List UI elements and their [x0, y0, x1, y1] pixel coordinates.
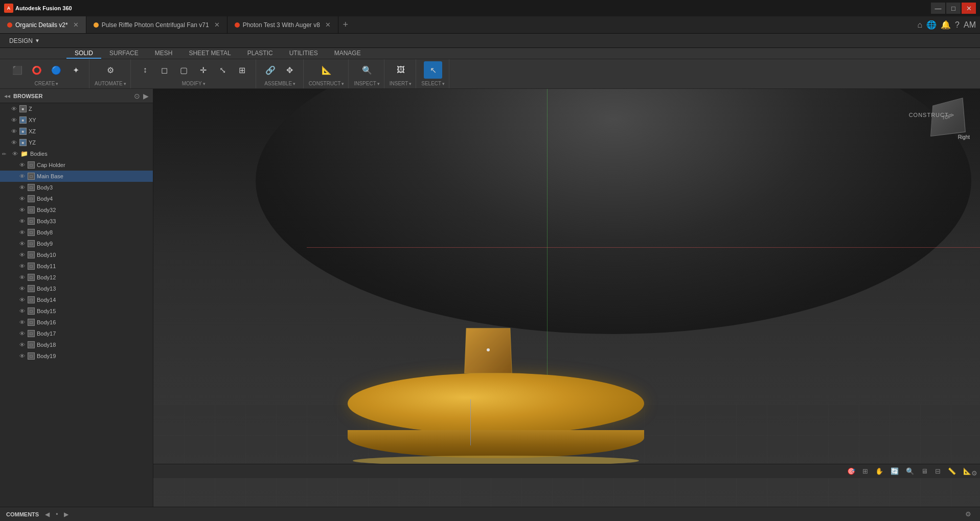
visibility-icon[interactable]: 👁 [10, 117, 17, 123]
visibility-icon[interactable]: 👁 [18, 162, 26, 168]
display-settings-button[interactable]: 🖥 [919, 466, 930, 476]
visibility-icon[interactable]: 👁 [18, 196, 26, 202]
viewport[interactable]: TOP Right CONSTRUCT > 🎯 ⊞ ✋ 🔄 🔍 🖥 ⊟ 📏 📐 … [153, 89, 980, 507]
home-icon[interactable]: ⌂ [917, 20, 922, 30]
tab-mesh[interactable]: MESH [147, 48, 181, 59]
fillet-button[interactable]: ▢ [175, 61, 193, 79]
automate-button[interactable]: ⚙ [101, 61, 120, 79]
maximize-button[interactable]: □ [946, 3, 961, 14]
select-button[interactable]: ↖ [424, 61, 442, 79]
minimize-button[interactable]: — [931, 3, 945, 14]
browser-item-body3[interactable]: 👁 □ Body3 [0, 182, 153, 193]
visibility-icon[interactable]: 👁 [18, 286, 26, 292]
visibility-icon[interactable]: 👁 [18, 263, 26, 269]
browser-item-main-base[interactable]: 👁 □ Main Base [0, 171, 153, 182]
help-icon[interactable]: ? [955, 20, 960, 30]
browser-item-bodies[interactable]: ✏ 👁 📁 Bodies [0, 148, 153, 159]
units-button[interactable]: 📏 [945, 466, 959, 476]
browser-item-yz[interactable]: 👁 ■ YZ [0, 137, 153, 148]
scale-button[interactable]: ⤡ [214, 61, 232, 79]
snap-settings-button[interactable]: 🎯 [845, 466, 858, 476]
user-avatar[interactable]: AM [964, 20, 976, 30]
create-sphere-button[interactable]: ⭕ [28, 61, 46, 79]
tab-sheet-metal[interactable]: SHEET METAL [180, 48, 239, 59]
browser-item-body10[interactable]: 👁 □ Body10 [0, 249, 153, 260]
visibility-icon[interactable]: 👁 [18, 342, 26, 348]
create-cylinder-button[interactable]: 🔵 [47, 61, 65, 79]
visibility-icon[interactable]: 👁 [18, 218, 26, 224]
visibility-icon[interactable]: 👁 [18, 319, 26, 325]
visibility-icon[interactable]: 👁 [11, 151, 18, 157]
browser-item-body32[interactable]: 👁 □ Body32 [0, 204, 153, 216]
joint-button[interactable]: 🔗 [261, 61, 280, 79]
bell-icon[interactable]: 🔔 [941, 20, 951, 30]
browser-item-body13[interactable]: 👁 □ Body13 [0, 283, 153, 294]
visibility-icon[interactable]: 👁 [18, 241, 26, 247]
combine-button[interactable]: ✛ [194, 61, 213, 79]
tab-close-icon[interactable]: ✕ [73, 21, 79, 29]
browser-collapse-icon[interactable]: ▶ [143, 92, 149, 100]
zoom-tool-button[interactable]: 🔍 [903, 466, 917, 476]
visibility-icon[interactable]: 👁 [10, 106, 17, 112]
visibility-icon[interactable]: 👁 [18, 184, 26, 191]
browser-item-xy[interactable]: 👁 ■ XY [0, 114, 153, 126]
browser-item-body16[interactable]: 👁 □ Body16 [0, 317, 153, 328]
browser-item-body14[interactable]: 👁 □ Body14 [0, 294, 153, 305]
browser-pin-icon[interactable]: ⊙ [134, 92, 140, 100]
comments-collapse-icon[interactable]: ▶ [64, 511, 69, 518]
visibility-icon[interactable]: 👁 [10, 139, 17, 146]
visibility-icon[interactable]: 👁 [18, 330, 26, 337]
globe-icon[interactable]: 🌐 [926, 20, 937, 30]
tab-solid[interactable]: SOLID [66, 48, 101, 59]
viewport-settings-button[interactable]: ⚙ [969, 468, 980, 478]
browser-item-z[interactable]: 👁 ■ Z [0, 103, 153, 114]
orbit-tool-button[interactable]: 🔄 [888, 466, 901, 476]
browser-item-body8[interactable]: 👁 □ Body8 [0, 227, 153, 238]
visibility-icon[interactable]: 👁 [18, 308, 26, 314]
close-button[interactable]: ✕ [962, 3, 976, 14]
browser-back-icon[interactable]: ◂◂ [4, 92, 10, 100]
tab-manage[interactable]: MANAGE [326, 48, 369, 59]
construct-button[interactable]: 📐 [317, 61, 336, 79]
insert-button[interactable]: 🖼 [392, 61, 410, 79]
tab-plastic[interactable]: PLASTIC [239, 48, 281, 59]
visibility-icon[interactable]: 👁 [18, 274, 26, 280]
browser-item-cap-holder[interactable]: 👁 □ Cap Holder [0, 159, 153, 171]
browser-item-body4[interactable]: 👁 □ Body4 [0, 193, 153, 204]
visibility-icon[interactable]: 👁 [18, 207, 26, 213]
pan-tool-button[interactable]: ✋ [873, 466, 886, 476]
view-cube[interactable]: TOP Right [929, 99, 970, 140]
visibility-icon[interactable]: 👁 [18, 173, 26, 179]
move-button[interactable]: ✥ [281, 61, 299, 79]
tab-photon-test[interactable]: Photon Test 3 With Auger v8 ✕ [227, 16, 338, 33]
align-button[interactable]: ⊞ [233, 61, 252, 79]
tab-utilities[interactable]: UTILITIES [281, 48, 326, 59]
browser-item-body18[interactable]: 👁 □ Body18 [0, 339, 153, 350]
create-component-button[interactable]: ✦ [66, 61, 85, 79]
tab-pulse-riffle[interactable]: Pulse Riffle Photon Centrifugal Fan v71 … [86, 16, 227, 33]
tab-surface[interactable]: SURFACE [101, 48, 147, 59]
create-box-button[interactable]: ⬛ [8, 61, 27, 79]
visibility-icon[interactable]: 👁 [18, 353, 26, 359]
browser-item-body19[interactable]: 👁 □ Body19 [0, 350, 153, 362]
browser-item-body33[interactable]: 👁 □ Body33 [0, 216, 153, 227]
inspect-button[interactable]: 🔍 [358, 61, 376, 79]
shell-button[interactable]: ◻ [155, 61, 174, 79]
tab-close-icon[interactable]: ✕ [325, 21, 331, 29]
browser-item-body15[interactable]: 👁 □ Body15 [0, 305, 153, 317]
browser-item-body9[interactable]: 👁 □ Body9 [0, 238, 153, 249]
design-menu-item[interactable]: DESIGN ▼ [4, 34, 45, 48]
browser-item-body11[interactable]: 👁 □ Body11 [0, 260, 153, 272]
comments-settings-button[interactable]: ⚙ [963, 509, 974, 519]
visibility-icon[interactable]: 👁 [18, 297, 26, 303]
browser-item-body17[interactable]: 👁 □ Body17 [0, 328, 153, 339]
visibility-icon[interactable]: 👁 [18, 229, 26, 235]
comments-expand-icon[interactable]: ◀ [45, 511, 50, 518]
grid-visibility-button[interactable]: ⊞ [860, 466, 871, 476]
tab-close-icon[interactable]: ✕ [214, 21, 220, 29]
visibility-icon[interactable]: 👁 [10, 128, 17, 134]
browser-item-body12[interactable]: 👁 □ Body12 [0, 272, 153, 283]
press-pull-button[interactable]: ↕ [136, 61, 154, 79]
tab-add-button[interactable]: + [338, 16, 353, 33]
view-cube-right-label[interactable]: Right [958, 134, 970, 140]
